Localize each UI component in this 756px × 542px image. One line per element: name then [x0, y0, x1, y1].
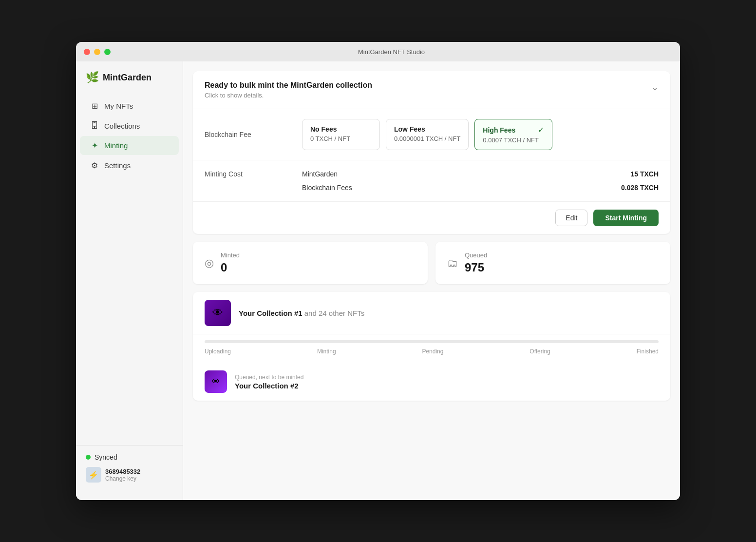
- queued-label: Queued: [465, 252, 487, 259]
- key-number: 3689485332: [105, 468, 140, 475]
- queued-name: Your Collection #2: [235, 382, 303, 390]
- mint-header-text: Ready to bulk mint the MintGarden collec…: [205, 81, 372, 99]
- cost-row-mintgarden: Minting Cost MintGarden 15 TXCH: [205, 170, 659, 178]
- fee-option-no-fees-value: 0 TXCH / NFT: [310, 135, 372, 142]
- stat-info-minted: Minted 0: [221, 252, 240, 274]
- fee-option-high-fees-name: High Fees: [483, 126, 515, 134]
- window-title: MintGarden NFT Studio: [111, 48, 672, 56]
- fee-check-icon: ✓: [538, 125, 544, 135]
- progress-labels: Uploading Minting Pending Offering Finis…: [205, 348, 659, 363]
- mint-title: Ready to bulk mint the MintGarden collec…: [205, 81, 372, 90]
- main-content: Ready to bulk mint the MintGarden collec…: [183, 61, 680, 500]
- nft-eye-icon: 👁: [212, 307, 223, 319]
- blockchain-fee-label: Blockchain Fee: [205, 131, 302, 138]
- fee-option-no-fees-name: No Fees: [310, 125, 337, 133]
- collection-item: 👁 Your Collection #1 and 24 other NFTs: [193, 292, 670, 334]
- sidebar-item-label: Settings: [104, 161, 131, 170]
- progress-label-uploading: Uploading: [205, 348, 231, 355]
- nft-thumbnail-1: 👁: [205, 300, 231, 326]
- progress-label-offering: Offering: [529, 348, 550, 355]
- logo-text: MintGarden: [103, 73, 151, 83]
- fullscreen-button[interactable]: [104, 49, 111, 55]
- start-minting-button[interactable]: Start Minting: [593, 210, 659, 226]
- nft-eye-icon-2: 👁: [212, 377, 220, 386]
- mint-header: Ready to bulk mint the MintGarden collec…: [193, 71, 670, 109]
- key-info: 3689485332 Change key: [105, 468, 140, 482]
- mint-subtitle: Click to show details.: [205, 92, 372, 99]
- my-nfts-icon: ⊞: [90, 101, 99, 111]
- sidebar-item-settings[interactable]: ⚙ Settings: [80, 156, 179, 175]
- app-window: MintGarden NFT Studio 🌿 MintGarden ⊞ My …: [76, 42, 680, 500]
- app-body: 🌿 MintGarden ⊞ My NFTs 🗄 Collections ✦ M…: [76, 61, 680, 500]
- sidebar-item-label: My NFTs: [104, 102, 133, 110]
- cost-row-blockchain: Blockchain Fees 0.028 TXCH: [205, 184, 659, 192]
- progress-label-pending: Pending: [422, 348, 443, 355]
- minted-label: Minted: [221, 252, 240, 259]
- fee-option-high-fees-header: High Fees ✓: [483, 125, 544, 135]
- stats-row: ◎ Minted 0 🗂 Queued 975: [193, 242, 670, 284]
- settings-icon: ⚙: [90, 161, 99, 170]
- progress-label-minting: Minting: [317, 348, 336, 355]
- minting-icon: ✦: [90, 141, 99, 150]
- synced-dot: [86, 455, 91, 460]
- cost-label: Minting Cost: [205, 170, 302, 178]
- change-key-row[interactable]: ⚡ 3689485332 Change key: [86, 467, 173, 483]
- cost-amount-mintgarden: 15 TXCH: [630, 170, 659, 178]
- logo-icon: 🌿: [86, 71, 99, 84]
- fee-option-high-fees[interactable]: High Fees ✓ 0.0007 TXCH / NFT: [474, 119, 552, 150]
- fee-option-high-fees-value: 0.0007 TXCH / NFT: [483, 136, 544, 144]
- fee-option-low-fees-header: Low Fees: [394, 125, 460, 133]
- sidebar: 🌿 MintGarden ⊞ My NFTs 🗄 Collections ✦ M…: [76, 61, 183, 500]
- sidebar-item-my-nfts[interactable]: ⊞ My NFTs: [80, 97, 179, 116]
- cost-amount-blockchain: 0.028 TXCH: [621, 184, 659, 192]
- sidebar-nav: ⊞ My NFTs 🗄 Collections ✦ Minting ⚙ Sett…: [76, 96, 183, 445]
- mint-header-card: Ready to bulk mint the MintGarden collec…: [193, 71, 670, 234]
- minted-value: 0: [221, 261, 240, 274]
- fee-option-low-fees-name: Low Fees: [394, 125, 425, 133]
- synced-label: Synced: [94, 453, 117, 461]
- close-button[interactable]: [84, 49, 90, 55]
- nft-thumbnail-2: 👁: [205, 370, 227, 393]
- collection-name-rest: and 24 other NFTs: [302, 309, 365, 317]
- chevron-down-icon[interactable]: ⌄: [651, 82, 659, 93]
- cost-name-blockchain: Blockchain Fees: [302, 184, 621, 192]
- cost-name-mintgarden: MintGarden: [302, 170, 630, 178]
- sidebar-item-collections[interactable]: 🗄 Collections: [80, 116, 179, 135]
- edit-button[interactable]: Edit: [555, 210, 587, 226]
- collection-name: Your Collection #1 and 24 other NFTs: [239, 309, 364, 317]
- fee-option-low-fees[interactable]: Low Fees 0.0000001 TXCH / NFT: [386, 119, 469, 150]
- sidebar-item-label: Collections: [104, 122, 140, 130]
- fee-section: Blockchain Fee No Fees 0 TXCH / NFT Low …: [193, 109, 670, 160]
- action-row: Edit Start Minting: [193, 202, 670, 234]
- stat-info-queued: Queued 975: [465, 252, 487, 274]
- logo: 🌿 MintGarden: [76, 71, 183, 96]
- queued-info: Queued, next to be minted Your Collectio…: [235, 374, 303, 390]
- synced-row: Synced: [86, 453, 173, 461]
- key-icon: ⚡: [86, 467, 101, 483]
- change-key-label: Change key: [105, 475, 140, 482]
- progress-label-finished: Finished: [637, 348, 659, 355]
- cost-section: Minting Cost MintGarden 15 TXCH Blockcha…: [193, 160, 670, 202]
- minted-icon: ◎: [205, 257, 214, 270]
- collections-icon: 🗄: [90, 121, 99, 130]
- queued-item: 👁 Queued, next to be minted Your Collect…: [193, 363, 670, 401]
- queued-value: 975: [465, 261, 487, 274]
- fee-option-no-fees[interactable]: No Fees 0 TXCH / NFT: [302, 119, 380, 150]
- progress-bar-container: [205, 340, 659, 343]
- fee-option-no-fees-header: No Fees: [310, 125, 372, 133]
- queued-icon: 🗂: [447, 257, 458, 270]
- titlebar: MintGarden NFT Studio: [76, 42, 680, 61]
- stat-card-minted: ◎ Minted 0: [193, 242, 428, 284]
- collection-card: 👁 Your Collection #1 and 24 other NFTs U…: [193, 292, 670, 401]
- progress-section: Uploading Minting Pending Offering Finis…: [193, 334, 670, 363]
- sidebar-item-label: Minting: [104, 141, 128, 150]
- fee-option-low-fees-value: 0.0000001 TXCH / NFT: [394, 135, 460, 142]
- sidebar-footer: Synced ⚡ 3689485332 Change key: [76, 445, 183, 490]
- stat-card-queued: 🗂 Queued 975: [435, 242, 670, 284]
- minimize-button[interactable]: [94, 49, 100, 55]
- collection-name-bold: Your Collection #1: [239, 309, 302, 317]
- sidebar-item-minting[interactable]: ✦ Minting: [80, 136, 179, 155]
- queued-status: Queued, next to be minted: [235, 374, 303, 381]
- fee-options: No Fees 0 TXCH / NFT Low Fees 0.0000001 …: [302, 119, 659, 150]
- traffic-lights: [84, 49, 111, 55]
